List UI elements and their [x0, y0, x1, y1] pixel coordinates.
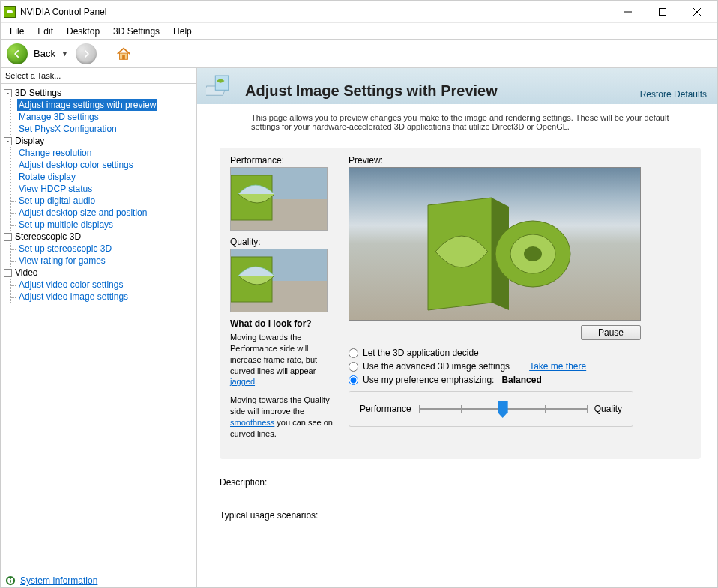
svg-rect-5: [122, 55, 125, 59]
task-link[interactable]: Adjust video image settings: [17, 291, 130, 303]
task-link[interactable]: Adjust desktop size and position: [17, 207, 148, 219]
take-me-there-link[interactable]: Take me there: [529, 361, 586, 372]
svg-rect-8: [10, 580, 11, 583]
system-info-icon: [5, 575, 16, 586]
back-label: Back: [34, 48, 55, 59]
tree-toggle[interactable]: -: [4, 137, 12, 145]
radio-preference[interactable]: [349, 375, 358, 385]
close-button[interactable]: [680, 1, 714, 23]
task-link[interactable]: Manage 3D settings: [17, 111, 100, 123]
preview-label: Preview:: [349, 155, 690, 166]
quality-label: Quality:: [230, 237, 335, 247]
tree-toggle[interactable]: -: [4, 269, 12, 277]
quality-thumbnail: [230, 249, 328, 312]
page-title: Adjust Image Settings with Preview: [245, 82, 498, 100]
forward-button[interactable]: [76, 43, 97, 64]
usage-scenarios-label: Typical usage scenarios:: [220, 510, 701, 521]
window-title: NVIDIA Control Panel: [20, 7, 106, 17]
what-look-for-heading: What do I look for?: [230, 318, 335, 329]
task-link[interactable]: Rotate display: [17, 171, 77, 183]
tree-category-label: Video: [15, 267, 37, 278]
svg-point-18: [524, 246, 542, 261]
svg-rect-1: [660, 8, 666, 15]
preview-viewport: [349, 167, 641, 321]
radio-advanced[interactable]: [349, 362, 358, 372]
svg-rect-11: [215, 76, 229, 90]
tree-toggle[interactable]: -: [4, 233, 12, 241]
maximize-button[interactable]: [645, 1, 680, 23]
preference-value: Balanced: [501, 375, 541, 385]
task-link[interactable]: View HDCP status: [17, 183, 94, 195]
help-text-quality: Moving towards the Quality side will imp…: [230, 395, 335, 439]
pause-button[interactable]: Pause: [581, 325, 641, 340]
sidebar-heading: Select a Task...: [1, 68, 196, 84]
performance-label: Performance:: [230, 155, 335, 166]
task-link[interactable]: Change resolution: [17, 147, 93, 159]
back-history-dropdown[interactable]: ▼: [61, 50, 68, 58]
task-tree: -3D SettingsAdjust image settings with p…: [1, 84, 196, 572]
radio-advanced-label: Use the advanced 3D image settings: [363, 361, 510, 372]
svg-point-9: [10, 578, 11, 580]
slider-left-label: Performance: [360, 404, 411, 414]
page-header-icon: [206, 73, 238, 100]
menu-3d-settings[interactable]: 3D Settings: [107, 25, 166, 38]
quality-slider[interactable]: [419, 401, 587, 417]
menu-desktop[interactable]: Desktop: [61, 25, 106, 38]
task-link[interactable]: Adjust video color settings: [17, 279, 124, 291]
task-link[interactable]: Set PhysX Configuration: [17, 123, 118, 135]
menu-file[interactable]: File: [4, 25, 30, 38]
minimize-button[interactable]: [611, 1, 645, 23]
task-link[interactable]: Adjust desktop color settings: [17, 159, 135, 171]
app-icon: [4, 6, 16, 18]
task-link[interactable]: Adjust image settings with preview: [17, 99, 157, 111]
jagged-link[interactable]: jagged: [230, 377, 255, 386]
tree-category-label: 3D Settings: [15, 88, 61, 98]
page-intro: This page allows you to preview changes …: [251, 113, 686, 131]
description-label: Description:: [220, 477, 701, 488]
task-link[interactable]: Set up digital audio: [17, 195, 97, 207]
menu-edit[interactable]: Edit: [31, 25, 59, 38]
smoothness-link[interactable]: smoothness: [230, 418, 274, 427]
help-text-performance: Moving towards the Performance side will…: [230, 332, 335, 387]
slider-right-label: Quality: [594, 404, 622, 414]
system-information-link[interactable]: System Information: [20, 575, 97, 586]
back-button[interactable]: [7, 43, 28, 64]
home-button[interactable]: [115, 46, 132, 62]
tree-toggle[interactable]: -: [4, 89, 12, 97]
radio-app-decide-label: Let the 3D application decide: [363, 348, 479, 358]
menu-help[interactable]: Help: [167, 25, 198, 38]
menubar: File Edit Desktop 3D Settings Help: [1, 23, 717, 40]
tree-category-label: Stereoscopic 3D: [15, 231, 81, 242]
performance-thumbnail: [230, 167, 328, 231]
task-link[interactable]: View rating for games: [17, 255, 107, 267]
radio-preference-label: Use my preference emphasizing:: [363, 375, 494, 385]
task-link[interactable]: Set up stereoscopic 3D: [17, 243, 113, 255]
restore-defaults-link[interactable]: Restore Defaults: [640, 89, 707, 100]
tree-category-label: Display: [15, 136, 44, 146]
radio-app-decide[interactable]: [349, 348, 358, 358]
task-link[interactable]: Set up multiple displays: [17, 219, 115, 231]
